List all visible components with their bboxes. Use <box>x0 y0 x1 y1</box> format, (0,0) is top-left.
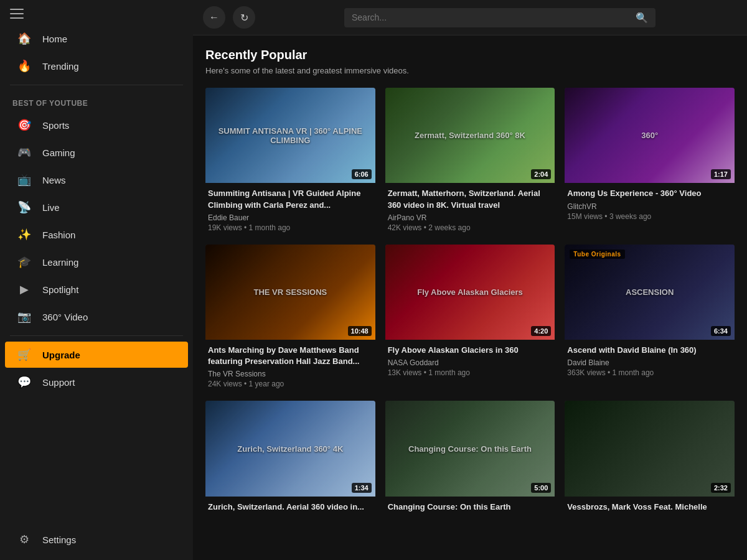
video-thumbnail: THE VR SESSIONS 10:48 <box>205 245 375 340</box>
duration-badge: 1:17 <box>711 169 731 179</box>
duration-badge: 2:32 <box>711 483 731 493</box>
spotlight-icon: ▶ <box>17 282 31 296</box>
video-info: Changing Course: On this Earth <box>385 497 555 518</box>
sidebar-item-360video[interactable]: 📷 360° Video <box>5 304 188 330</box>
video-info: Fly Above Alaskan Glaciers in 360 NASA G… <box>385 340 555 380</box>
video-channel: GlitchVR <box>567 202 732 211</box>
video-card-v2[interactable]: Zermatt, Switzerland 360° 8K 2:04 Zermat… <box>385 88 555 235</box>
video-card-v5[interactable]: Fly Above Alaskan Glaciers 4:20 Fly Abov… <box>385 245 555 391</box>
sidebar-item-trending[interactable]: 🔥 Trending <box>5 53 188 79</box>
video-meta: 363K views • 1 month ago <box>567 368 732 377</box>
sidebar-label-gaming: Gaming <box>42 147 75 158</box>
duration-badge: 10:48 <box>348 326 372 336</box>
video-title: Among Us Experience - 360° Video <box>567 188 732 199</box>
news-icon: 📺 <box>17 173 31 187</box>
home-icon: 🏠 <box>17 32 31 45</box>
duration-badge: 4:20 <box>531 326 551 336</box>
video-card-v6[interactable]: ASCENSION Tube Originals 6:34 Ascend wit… <box>565 245 735 391</box>
duration-badge: 5:00 <box>531 483 551 493</box>
settings-icon: ⚙ <box>17 533 31 546</box>
sidebar-item-sports[interactable]: 🎯 Sports <box>5 112 188 138</box>
sidebar-item-news[interactable]: 📺 News <box>5 167 188 193</box>
sidebar-label-spotlight: Spotlight <box>42 284 78 295</box>
sidebar-label-learning: Learning <box>42 257 78 268</box>
video-thumbnail: Zurich, Switzerland 360° 4K 1:34 <box>205 401 375 496</box>
sidebar-label-support: Support <box>42 377 75 388</box>
upgrade-icon: 🛒 <box>17 348 31 362</box>
video-thumbnail: 360° 1:17 <box>565 88 735 183</box>
page-title: Recently Popular <box>205 48 735 62</box>
video-thumbnail: 2:32 <box>565 401 735 496</box>
video-card-v3[interactable]: 360° 1:17 Among Us Experience - 360° Vid… <box>565 88 735 235</box>
gaming-icon: 🎮 <box>17 146 31 159</box>
sidebar-item-gaming[interactable]: 🎮 Gaming <box>5 139 188 166</box>
sidebar-item-spotlight[interactable]: ▶ Spotlight <box>5 276 188 302</box>
thumb-background <box>565 401 735 496</box>
content-area: Recently Popular Here's some of the late… <box>193 35 747 560</box>
duration-badge: 1:34 <box>352 483 372 493</box>
learning-icon: 🎓 <box>17 255 31 269</box>
sidebar: 🏠 Home 🔥 Trending BEST OF YOUTUBE 🎯 Spor… <box>0 0 193 560</box>
refresh-button[interactable]: ↻ <box>233 6 255 29</box>
trending-icon: 🔥 <box>17 59 31 73</box>
thumb-text-overlay: SUMMIT ANTISANA VR | 360° ALPINE CLIMBIN… <box>205 88 375 183</box>
video-title: Ants Marching by Dave Matthews Band feat… <box>208 345 373 367</box>
sidebar-label-upgrade: Upgrade <box>42 350 80 360</box>
video-card-v4[interactable]: THE VR SESSIONS 10:48 Ants Marching by D… <box>205 245 375 391</box>
sidebar-item-settings[interactable]: ⚙ Settings <box>5 526 188 553</box>
sidebar-label-trending: Trending <box>42 61 79 72</box>
sidebar-divider-2 <box>10 335 183 336</box>
video-channel: Eddie Bauer <box>208 213 373 222</box>
thumb-text-overlay: Zermatt, Switzerland 360° 8K <box>385 88 555 183</box>
video-card-v1[interactable]: SUMMIT ANTISANA VR | 360° ALPINE CLIMBIN… <box>205 88 375 235</box>
support-icon: 💬 <box>17 375 31 389</box>
video-card-v7[interactable]: Zurich, Switzerland 360° 4K 1:34 Zurich,… <box>205 401 375 518</box>
search-bar: 🔍 <box>344 8 655 27</box>
video-title: Changing Course: On this Earth <box>388 502 553 513</box>
video-thumbnail: Changing Course: On this Earth 5:00 <box>385 401 555 496</box>
tube-originals-badge: Tube Originals <box>570 250 624 259</box>
video-card-v8[interactable]: Changing Course: On this Earth 5:00 Chan… <box>385 401 555 518</box>
hamburger-menu[interactable] <box>10 9 24 19</box>
sidebar-item-support[interactable]: 💬 Support <box>5 369 188 395</box>
page-subtitle: Here's some of the latest and greatest i… <box>205 66 735 75</box>
video-meta: 24K views • 1 year ago <box>208 380 373 388</box>
sidebar-item-live[interactable]: 📡 Live <box>5 194 188 220</box>
video-info: Ascend with David Blaine (In 360) David … <box>565 340 735 380</box>
search-button[interactable]: 🔍 <box>636 12 648 24</box>
sidebar-label-360video: 360° Video <box>42 312 88 322</box>
video-card-v9[interactable]: 2:32 Vessbrozs, Mark Voss Feat. Michelle <box>565 401 735 518</box>
video-title: Vessbrozs, Mark Voss Feat. Michelle <box>567 502 732 513</box>
header: ← ↻ 🔍 <box>193 0 747 35</box>
sidebar-item-learning[interactable]: 🎓 Learning <box>5 249 188 275</box>
sports-icon: 🎯 <box>17 118 31 132</box>
video-meta: 15M views • 3 weeks ago <box>567 212 732 221</box>
video-channel: The VR Sessions <box>208 370 373 378</box>
video-thumbnail: Fly Above Alaskan Glaciers 4:20 <box>385 245 555 340</box>
video-channel: NASA Goddard <box>388 358 553 367</box>
duration-badge: 6:06 <box>352 169 372 179</box>
sidebar-item-fashion[interactable]: ✨ Fashion <box>5 222 188 248</box>
duration-badge: 6:34 <box>711 326 731 336</box>
search-input[interactable] <box>352 12 631 22</box>
sidebar-label-sports: Sports <box>42 120 69 131</box>
video-meta: 42K views • 2 weeks ago <box>388 223 553 232</box>
video-thumbnail: Zermatt, Switzerland 360° 8K 2:04 <box>385 88 555 183</box>
360video-icon: 📷 <box>17 310 31 324</box>
video-info: Summiting Antisana | VR Guided Alpine Cl… <box>205 183 375 234</box>
back-button[interactable]: ← <box>203 6 225 29</box>
main-area: ← ↻ 🔍 Recently Popular Here's some of th… <box>193 0 747 560</box>
video-channel: AirPano VR <box>388 213 553 222</box>
sidebar-item-home[interactable]: 🏠 Home <box>5 26 188 52</box>
video-title: Ascend with David Blaine (In 360) <box>567 345 732 356</box>
video-grid: SUMMIT ANTISANA VR | 360° ALPINE CLIMBIN… <box>205 88 735 518</box>
video-info: Zurich, Switzerland. Aerial 360 video in… <box>205 497 375 518</box>
sidebar-header <box>0 0 193 25</box>
video-title: Zermatt, Matterhorn, Switzerland. Aerial… <box>388 188 553 210</box>
video-meta: 19K views • 1 month ago <box>208 223 373 232</box>
video-info: Vessbrozs, Mark Voss Feat. Michelle <box>565 497 735 518</box>
thumb-text-overlay: THE VR SESSIONS <box>205 245 375 340</box>
sidebar-item-upgrade[interactable]: 🛒 Upgrade <box>5 342 188 368</box>
live-icon: 📡 <box>17 200 31 214</box>
video-info: Among Us Experience - 360° Video GlitchV… <box>565 183 735 223</box>
